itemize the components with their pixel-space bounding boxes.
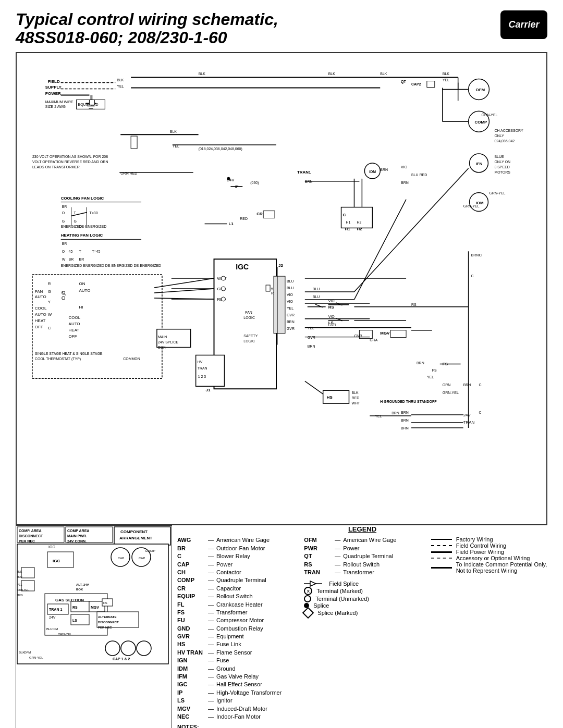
svg-text:IFN: IFN (476, 162, 483, 166)
legend-item-fs: FS — Transformer (177, 609, 293, 616)
desc-cr: Capacitor (216, 585, 293, 593)
svg-text:POWER: POWER (45, 92, 61, 96)
svg-text:BRN: BRN (391, 411, 399, 415)
abbr-ch: CH (177, 569, 206, 576)
svg-text:FAN: FAN (245, 311, 252, 314)
svg-text:VIO: VIO (287, 300, 293, 303)
svg-rect-72 (32, 275, 162, 378)
symbol-terminal-marked: X Terminal (Marked) (304, 587, 420, 595)
svg-text:SIZE 2 AWG: SIZE 2 AWG (45, 105, 66, 109)
svg-text:C: C (479, 411, 482, 414)
svg-text:J2: J2 (278, 264, 283, 268)
legend-item-nec: NEC — Indoor-Fan Motor (177, 713, 293, 721)
desc-mgv: Induced-Draft Motor (216, 705, 293, 713)
field-control-icon (431, 542, 452, 549)
svg-text:C: C (343, 213, 346, 217)
bottom-section: COMP. AREA DISCONNECT PER NEC COMP AREA … (16, 525, 547, 728)
legend-col3: Factory Wiring Field Control Wiring Fiel… (431, 536, 547, 721)
terminal-marked-label: Terminal (Marked) (316, 588, 363, 594)
svg-text:COMP AREA: COMP AREA (67, 529, 89, 533)
legend-col2: OFM — American Wire Gage PWR — Power QT … (304, 536, 420, 721)
svg-text:FIELD: FIELD (48, 79, 60, 84)
svg-text:HI: HI (79, 305, 83, 310)
svg-text:YEL: YEL (427, 376, 434, 379)
svg-text:T=30: T=30 (89, 211, 97, 215)
svg-text:RS: RS (411, 303, 417, 306)
svg-text:G: G (62, 220, 65, 224)
svg-text:TRAN1: TRAN1 (297, 170, 311, 175)
svg-text:BLU: BLU (46, 627, 53, 631)
symbol-factory-wiring: Factory Wiring (431, 536, 547, 542)
svg-text:VIO: VIO (287, 293, 293, 297)
svg-text:GRN-YEL: GRN-YEL (463, 204, 480, 208)
desc-hvtran: Flame Sensor (216, 649, 293, 657)
legend-item-qt: QT — Quadruple Terminal (304, 552, 420, 560)
svg-text:BOX: BOX (158, 346, 166, 349)
legend-item-ofm: OFM — American Wire Gage (304, 536, 420, 544)
svg-text:FS: FS (103, 601, 107, 604)
desc-ls: Ignitor (216, 697, 293, 705)
desc-comp: Quadruple Terminal (216, 576, 293, 584)
svg-text:DISCONNECT: DISCONNECT (98, 621, 119, 624)
desc-ofm: American Wire Gage (343, 536, 420, 544)
svg-text:IFM: IFM (53, 627, 58, 631)
svg-text:BLUE: BLUE (494, 155, 504, 158)
svg-text:C: C (479, 253, 482, 258)
svg-text:(018,024,036,042,048,060): (018,024,036,042,048,060) (199, 147, 242, 151)
abbr-mgv: MGV (177, 705, 206, 713)
schematic-svg: FIELD SUPPLY POWER MAXIMUM WIRE SIZE 2 A… (17, 53, 546, 522)
accessory-label: Accessory or Optional Wiring (456, 555, 530, 561)
svg-text:BRN: BRN (471, 254, 479, 257)
svg-text:BLU RED: BLU RED (411, 173, 427, 177)
page-title-line1: Typical control wiring schematic, (16, 10, 278, 29)
field-splice-label: Field Splice (329, 581, 359, 587)
abbr-hvtran: HV TRAN (177, 649, 206, 657)
svg-text:(030): (030) (250, 181, 259, 185)
svg-text:CR: CR (256, 212, 263, 216)
desc-cap: Power (216, 561, 293, 569)
svg-rect-112 (274, 276, 285, 334)
svg-rect-294 (21, 567, 34, 578)
svg-point-107 (221, 287, 225, 291)
legend-section: LEGEND AWG — American Wire Gage BR — Out… (172, 525, 547, 728)
svg-text:PER NEC: PER NEC (19, 539, 35, 543)
svg-text:24V CONN.: 24V CONN. (67, 539, 87, 543)
svg-text:YEL: YEL (443, 78, 449, 82)
desc-nec: Indoor-Fan Motor (216, 713, 293, 721)
accessory-icon (431, 555, 452, 561)
svg-rect-278 (97, 612, 139, 627)
svg-text:LEADS ON TRANSFORMER.: LEADS ON TRANSFORMER. (32, 165, 81, 169)
terminal-unmarked-icon (304, 595, 311, 602)
symbol-accessory: Accessory or Optional Wiring (431, 555, 547, 561)
common-potential-icon (431, 564, 452, 571)
svg-text:ENERGIZED ENERGIZED DE-ENERGIZ: ENERGIZED ENERGIZED DE-ENERGIZED DE-ENER… (61, 264, 161, 268)
field-splice-icon (304, 581, 325, 587)
svg-text:C: C (471, 274, 474, 278)
svg-text:RED: RED (240, 217, 248, 221)
svg-text:COOL THERMOSTAT (TYP): COOL THERMOSTAT (TYP) (35, 357, 81, 362)
symbol-terminal-unmarked: Terminal (Unmarked) (304, 595, 420, 602)
abbr-ifm: IFM (177, 673, 206, 681)
desc-ifm: Gas Valve Relay (216, 673, 293, 681)
svg-text:OFF: OFF (69, 334, 77, 339)
svg-text:MAXIMUM WIRE: MAXIMUM WIRE (45, 101, 74, 104)
svg-text:PER NEC: PER NEC (98, 626, 112, 629)
legend-item-rs: RS — Rollout Switch (304, 561, 420, 569)
svg-text:W: W (62, 258, 66, 262)
svg-text:VIO: VIO (401, 165, 408, 169)
svg-point-303 (137, 641, 151, 656)
svg-text:BLK: BLK (117, 78, 124, 82)
legend-item-tran: TRAN — Transformer (304, 569, 420, 576)
svg-rect-130 (390, 330, 406, 338)
legend-item-equip: EQUIP — Rollout Switch (177, 593, 293, 600)
svg-text:BRN: BRN (401, 418, 409, 422)
abbr-cr: CR (177, 585, 206, 593)
svg-text:COOLING FAN LOGIC: COOLING FAN LOGIC (61, 196, 104, 201)
svg-text:R: R (48, 281, 51, 286)
abbr-comp: COMP (177, 576, 206, 584)
svg-text:BRN: BRN (401, 411, 409, 414)
svg-text:RED: RED (351, 397, 359, 400)
svg-text:LOGIC: LOGIC (243, 339, 255, 343)
svg-point-106 (221, 276, 225, 280)
svg-text:BLU: BLU (313, 287, 320, 291)
